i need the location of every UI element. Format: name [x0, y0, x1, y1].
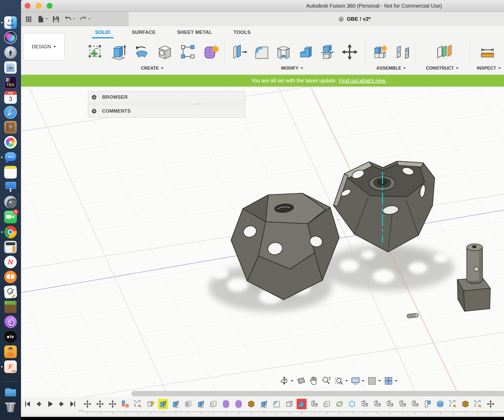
timeline-item-extrude[interactable] — [196, 399, 206, 409]
nav-display-settings[interactable] — [350, 376, 364, 386]
timeline-item-box[interactable] — [284, 399, 294, 409]
save-button[interactable] — [52, 15, 60, 23]
minimize-button[interactable] — [36, 3, 41, 9]
tab-sheet-metal[interactable]: SHEET METAL — [174, 28, 215, 38]
timeline-item-sketch[interactable] — [448, 399, 458, 409]
expand-icon[interactable] — [92, 109, 96, 113]
nav-viewports[interactable] — [384, 376, 397, 386]
comments-panel[interactable]: COMMENTS — [88, 104, 245, 118]
dock-item-notes[interactable] — [4, 166, 17, 178]
undo-button[interactable] — [64, 15, 75, 23]
timeline-item-move[interactable] — [108, 399, 118, 409]
tool-measure[interactable] — [476, 40, 499, 64]
timeline-item-section[interactable] — [423, 399, 433, 409]
nav-pan[interactable] — [309, 376, 319, 386]
timeline-item-move[interactable] — [82, 399, 92, 409]
timeline-item-shell[interactable] — [183, 399, 193, 409]
nav-look-at[interactable] — [296, 376, 306, 386]
nav-grid-and-snaps[interactable] — [367, 376, 381, 386]
create-menu[interactable]: CREATE — [131, 66, 173, 71]
dock-item-siri[interactable] — [4, 31, 17, 44]
construct-menu[interactable]: CONSTRUCT — [421, 66, 463, 71]
dock-item-finder[interactable] — [4, 16, 17, 29]
timeline-item-fillet[interactable] — [271, 399, 281, 409]
whats-new-link[interactable]: Find out what's new. — [339, 78, 386, 84]
timeline-item-cylinder[interactable] — [435, 399, 445, 409]
dock-item-fusion-360[interactable]: F360 — [4, 360, 17, 373]
dock-item-photos[interactable] — [4, 136, 17, 149]
timeline-item-copy-body[interactable] — [309, 399, 319, 409]
dock-item-books[interactable] — [4, 271, 17, 283]
timeline-item-move[interactable] — [486, 399, 496, 409]
dock-item-chrome[interactable] — [4, 226, 17, 238]
expand-icon[interactable] — [92, 95, 96, 99]
tool-pattern[interactable] — [176, 40, 200, 64]
timeline-item-extrude[interactable] — [171, 399, 181, 409]
tool-shell[interactable] — [272, 40, 295, 64]
timeline-item-extrude-new[interactable] — [145, 399, 155, 409]
timeline-item-copy-body[interactable] — [385, 399, 395, 409]
tool-move-copy[interactable] — [339, 40, 361, 64]
document-tab[interactable]: GBE ! v2* — [315, 12, 394, 26]
dock-item-news[interactable]: N — [4, 256, 17, 268]
timeline-item-sketch[interactable] — [133, 399, 143, 409]
workspace-selector[interactable]: DESIGN — [23, 33, 65, 60]
tool-fillet[interactable] — [250, 40, 272, 64]
tool-hole[interactable] — [153, 40, 176, 64]
dock-item-trash[interactable] — [4, 401, 17, 413]
timeline-item-sketch[interactable] — [473, 399, 483, 409]
timeline-item-extrude[interactable] — [259, 399, 269, 409]
dock-item-keynote[interactable] — [4, 181, 17, 193]
dock-item-minecraft[interactable] — [4, 301, 17, 313]
dock-item-apple-tv[interactable]: tv — [4, 330, 17, 343]
dock-item-calculator[interactable] — [4, 241, 17, 253]
timeline-item-move[interactable] — [95, 399, 105, 409]
tool-revolve[interactable] — [130, 40, 153, 64]
dock-item-calendar[interactable]: FEB3 — [4, 91, 17, 104]
modify-menu[interactable]: MODIFY — [271, 66, 313, 71]
browser-panel[interactable]: BROWSER — [88, 91, 245, 103]
app-grid-button[interactable] — [25, 15, 33, 23]
tool-new-component[interactable] — [368, 40, 391, 64]
timeline-item-circular-pattern[interactable] — [347, 399, 357, 409]
dock-item-tex[interactable]: TEX — [4, 76, 17, 89]
dock-item-contacts[interactable] — [4, 121, 17, 134]
playback-step-back[interactable] — [35, 400, 43, 409]
dock-item-downloads[interactable] — [4, 386, 17, 398]
nav-zoom-window[interactable] — [334, 376, 348, 386]
timeline-item-cage-box[interactable] — [460, 399, 470, 409]
dock-item-podcasts[interactable] — [4, 316, 17, 328]
close-button[interactable] — [25, 3, 30, 9]
timeline-item-split-face[interactable] — [334, 399, 344, 409]
timeline-item-form[interactable] — [234, 399, 244, 409]
tool-press-pull[interactable] — [228, 40, 250, 64]
playback-go-to-end[interactable] — [69, 400, 77, 409]
dock-item-facetime[interactable]: 5 — [4, 211, 17, 223]
dock-item-mail[interactable] — [4, 61, 17, 74]
dock-item-launchpad[interactable] — [4, 46, 17, 59]
tab-tools[interactable]: TOOLS — [230, 28, 254, 38]
tool-split-body[interactable] — [317, 40, 339, 64]
nav-orbit[interactable] — [280, 376, 293, 386]
tool-combine[interactable] — [295, 40, 317, 64]
timeline-item-combine[interactable] — [297, 399, 307, 409]
timeline-item-delete-body[interactable] — [120, 399, 130, 409]
pin-component[interactable] — [457, 244, 490, 311]
redo-button[interactable] — [79, 15, 90, 23]
playback-step-forward[interactable] — [57, 400, 65, 409]
dock-item-messages[interactable] — [4, 151, 17, 164]
timeline-item-copy-body[interactable] — [397, 399, 407, 409]
small-rod-component[interactable] — [407, 313, 418, 318]
tool-construction-plane[interactable] — [433, 40, 456, 64]
tool-create-sketch[interactable] — [84, 40, 107, 64]
timeline-item-copy-body[interactable] — [372, 399, 382, 409]
timeline-item-copy-body[interactable] — [410, 399, 420, 409]
dock-item-preview[interactable] — [4, 286, 17, 298]
tool-joint[interactable] — [391, 40, 414, 64]
horizontal-scrollbar[interactable] — [131, 391, 504, 396]
timeline-scroll-area[interactable] — [21, 414, 504, 417]
timeline-item-hole[interactable] — [208, 399, 218, 409]
nav-zoom[interactable] — [321, 376, 331, 386]
tab-solid[interactable]: SOLID — [92, 28, 113, 38]
dock-item-user-avatar[interactable] — [4, 345, 17, 358]
